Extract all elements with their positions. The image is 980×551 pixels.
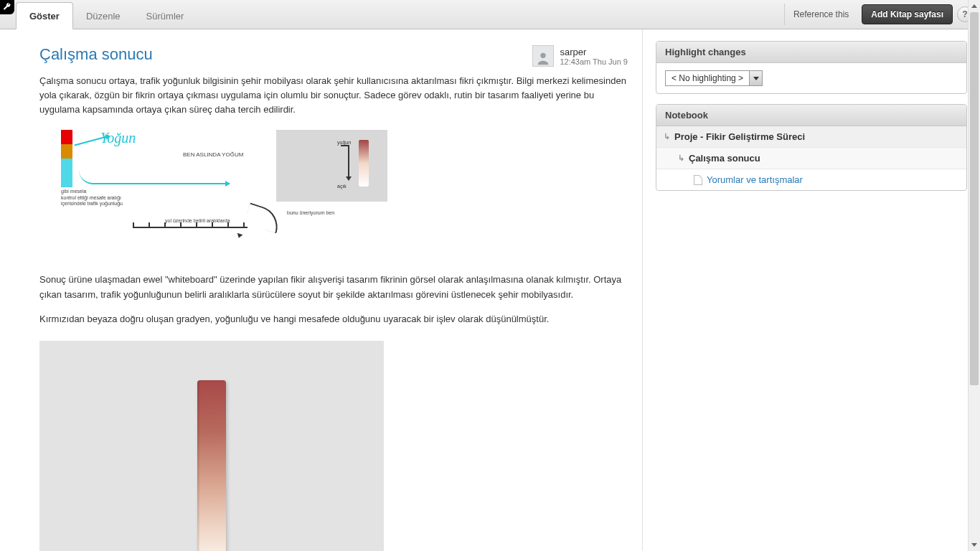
notebook-item-label: Çalışma sonucu xyxy=(689,153,760,164)
notebook-item-label: Yorumlar ve tartışmalar xyxy=(707,174,803,185)
scroll-thumb[interactable] xyxy=(970,12,979,385)
color-bar xyxy=(61,130,72,187)
author-name[interactable]: sarper xyxy=(560,47,628,57)
gradient-pillar xyxy=(197,380,226,551)
reference-this-link[interactable]: Reference this xyxy=(784,4,857,25)
gradient-render xyxy=(39,341,384,551)
ruler-arrow-icon xyxy=(244,203,283,234)
vertical-scrollbar[interactable] xyxy=(968,0,980,551)
curve-arrow-icon xyxy=(348,146,349,180)
notebook-item-label: Proje - Fikir Geliştirme Süreci xyxy=(674,131,805,142)
whiteboard-sketch: Yoğun gibi mesela kontrol ettiği mesafe … xyxy=(39,130,628,255)
tab-versions[interactable]: Sürümler xyxy=(133,3,197,29)
ruler-icon xyxy=(133,227,248,228)
notebook-header: Notebook xyxy=(656,105,966,126)
caption-left: gibi mesela kontrol ettiği mesafe aralığ… xyxy=(61,189,123,207)
author-box: sarper 12:43am Thu Jun 9 xyxy=(532,45,628,67)
topbar-right: Reference this Add Kitap sayfası ? xyxy=(784,0,980,29)
scroll-down-icon[interactable] xyxy=(969,539,980,551)
label-yogun: yoğun xyxy=(337,140,351,145)
hand-arrow-long-icon xyxy=(79,170,230,184)
notebook-item-comments[interactable]: Yorumlar ve tartışmalar xyxy=(656,169,966,190)
handwritten-label: Yoğun xyxy=(100,130,136,146)
scroll-up-icon[interactable] xyxy=(969,0,980,12)
mini-gradient xyxy=(359,140,369,187)
highlight-panel: Highlight changes < No highlighting > xyxy=(656,41,967,94)
hierarchy-arrow-icon: ↳ xyxy=(678,154,684,163)
svg-point-0 xyxy=(541,53,546,58)
notebook-item-current[interactable]: ↳ Çalışma sonucu xyxy=(656,148,966,169)
avatar xyxy=(532,45,554,67)
notebook-panel: Notebook ↳ Proje - Fikir Geliştirme Süre… xyxy=(656,104,967,191)
highlight-header: Highlight changes xyxy=(656,42,966,63)
caption-ruler: yol üzerinde belirli aralıklarda xyxy=(165,218,230,224)
tab-edit[interactable]: Düzenle xyxy=(73,3,133,29)
add-page-button[interactable]: Add Kitap sayfası xyxy=(862,4,953,24)
tab-strip: Göster Düzenle Sürümler xyxy=(16,0,197,29)
gray-panel: yoğun açık xyxy=(276,130,387,202)
author-time: 12:43am Thu Jun 9 xyxy=(560,57,628,66)
highlight-select-value: < No highlighting > xyxy=(666,71,749,85)
highlight-select[interactable]: < No highlighting > xyxy=(665,70,763,86)
label-acik: açık xyxy=(337,184,347,189)
paragraph-3: Kırmızıdan beyaza doğru oluşan gradyen, … xyxy=(39,312,628,326)
page-icon xyxy=(694,175,702,185)
topbar: Göster Düzenle Sürümler Reference this A… xyxy=(0,0,980,29)
paragraph-1: Çalışma sonucu ortaya, trafik yoğunluk b… xyxy=(39,74,628,117)
chevron-down-icon[interactable] xyxy=(749,71,762,85)
notebook-item-project[interactable]: ↳ Proje - Fikir Geliştirme Süreci xyxy=(656,126,966,148)
wrench-icon[interactable] xyxy=(0,0,14,14)
hierarchy-arrow-icon: ↳ xyxy=(664,132,670,141)
content-column: sarper 12:43am Thu Jun 9 Çalışma sonucu … xyxy=(0,29,643,551)
caption-panel-bottom: bunu öneriyorum ben xyxy=(287,210,334,216)
paragraph-2: Sonuç ürüne ulaşmadan ewel "whiteboard" … xyxy=(39,273,628,301)
caption-panel-top: BEN ASLINDA YOĞUM xyxy=(183,151,243,159)
tab-show[interactable]: Göster xyxy=(16,2,73,29)
sidebar-column: Highlight changes < No highlighting > No… xyxy=(643,29,980,551)
